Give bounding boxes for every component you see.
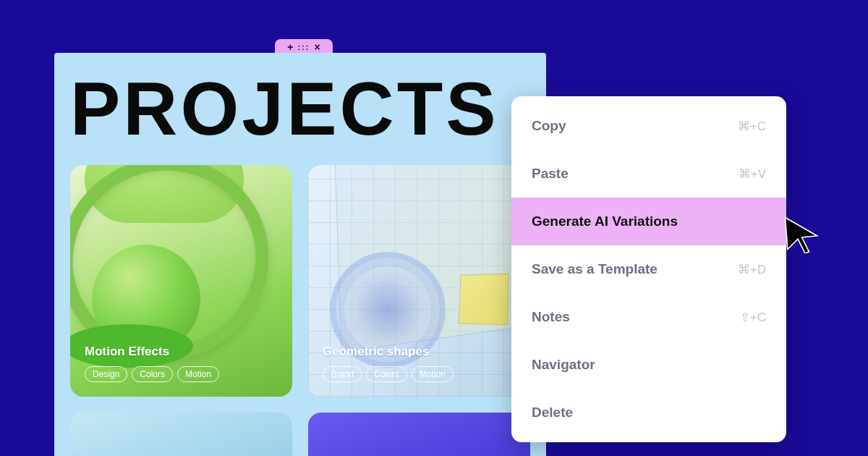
drag-handle-icon[interactable]: ::: <box>298 43 310 51</box>
tag[interactable]: Colors <box>132 366 173 382</box>
card-title: Motion Effects <box>85 345 219 359</box>
project-card-partial[interactable] <box>308 413 530 456</box>
menu-item-notes[interactable]: Notes ⇧+C <box>511 293 786 341</box>
plus-icon[interactable]: + <box>287 42 293 52</box>
close-icon[interactable]: × <box>315 42 320 52</box>
menu-item-generate-ai-variations[interactable]: Generate AI Variations <box>511 198 786 245</box>
tag[interactable]: Design <box>85 366 127 382</box>
project-card-partial[interactable] <box>70 413 292 456</box>
menu-item-label: Paste <box>532 166 569 182</box>
menu-item-label: Copy <box>532 118 566 134</box>
menu-item-label: Save as a Template <box>532 261 658 277</box>
menu-item-save-as-template[interactable]: Save as a Template ⌘+D <box>511 245 786 293</box>
card-tags: Design Colors Motion <box>85 366 219 382</box>
menu-item-label: Delete <box>532 405 573 421</box>
tag[interactable]: Motion <box>412 366 454 382</box>
menu-item-paste[interactable]: Paste ⌘+V <box>511 150 786 198</box>
menu-item-delete[interactable]: Delete <box>511 389 786 436</box>
card-title: Geometric shapes <box>323 345 454 359</box>
tag[interactable]: Colors <box>366 366 407 382</box>
menu-item-shortcut: ⌘+V <box>739 166 766 182</box>
projects-grid: Motion Effects Design Colors Motion Geom… <box>54 152 546 456</box>
project-card-motion-effects[interactable]: Motion Effects Design Colors Motion <box>70 165 292 397</box>
menu-item-shortcut: ⌘+D <box>738 262 766 277</box>
menu-item-label: Notes <box>532 309 570 325</box>
project-card-geometric-shapes[interactable]: Geometric shapes Brand Colors Motion <box>308 165 530 397</box>
menu-item-shortcut: ⇧+C <box>740 310 766 325</box>
menu-item-label: Navigator <box>532 357 595 373</box>
menu-item-shortcut: ⌘+C <box>738 119 766 134</box>
card-tags: Brand Colors Motion <box>323 366 454 382</box>
card-meta: Motion Effects Design Colors Motion <box>85 345 219 382</box>
page-title: PROJECTS <box>54 53 546 152</box>
menu-item-label: Generate AI Variations <box>532 214 678 229</box>
menu-item-navigator[interactable]: Navigator <box>511 341 786 389</box>
cursor-icon <box>781 214 821 253</box>
tag[interactable]: Brand <box>323 366 362 382</box>
tag[interactable]: Motion <box>177 366 219 382</box>
context-menu: Copy ⌘+C Paste ⌘+V Generate AI Variation… <box>511 96 786 442</box>
card-meta: Geometric shapes Brand Colors Motion <box>323 345 454 382</box>
projects-window: PROJECTS Motion Effects Design Colors Mo… <box>54 53 546 456</box>
menu-item-copy[interactable]: Copy ⌘+C <box>511 102 786 150</box>
